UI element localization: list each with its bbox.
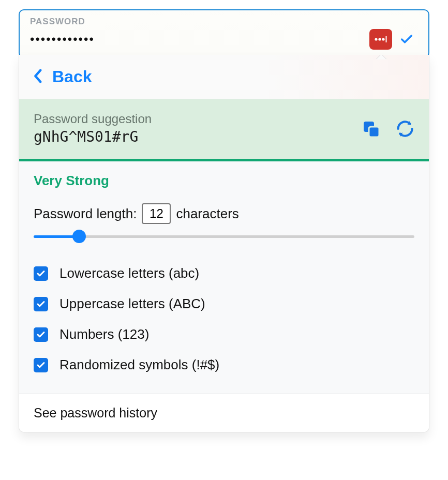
password-manager-badge[interactable] [369, 29, 392, 50]
checkbox[interactable] [34, 297, 48, 311]
svg-rect-5 [369, 127, 379, 137]
confirm-button[interactable] [395, 32, 418, 47]
password-generator-popup: Back Password suggestion gNhG^MS01#rG [19, 55, 429, 432]
option-label: Lowercase letters (abc) [59, 265, 199, 281]
back-label: Back [52, 67, 92, 86]
chevron-left-icon [34, 69, 43, 85]
copy-button[interactable] [362, 119, 380, 138]
checkbox[interactable] [34, 358, 48, 372]
option-row[interactable]: Randomized symbols (!#$) [34, 350, 414, 380]
length-slider[interactable] [34, 229, 414, 244]
svg-point-2 [382, 38, 384, 40]
copy-icon [362, 119, 380, 138]
option-row[interactable]: Uppercase letters (ABC) [34, 289, 414, 319]
length-label-prefix: Password length: [34, 206, 137, 222]
check-icon [36, 269, 46, 278]
password-manager-icon [374, 35, 388, 44]
generator-settings: Very Strong Password length: characters … [19, 161, 429, 394]
checkbox[interactable] [34, 266, 48, 281]
check-icon [36, 330, 46, 339]
option-row[interactable]: Numbers (123) [34, 319, 414, 350]
suggestion-label: Password suggestion [34, 112, 362, 126]
back-button[interactable]: Back [19, 55, 429, 99]
svg-point-0 [375, 38, 377, 40]
option-label: Numbers (123) [59, 326, 149, 342]
option-row[interactable]: Lowercase letters (abc) [34, 258, 414, 289]
svg-rect-3 [386, 36, 387, 42]
refresh-icon [396, 119, 414, 138]
slider-thumb[interactable] [72, 230, 86, 243]
check-icon [399, 32, 414, 47]
password-history-link[interactable]: See password history [19, 394, 429, 432]
check-icon [36, 361, 46, 370]
slider-track [34, 235, 414, 238]
password-input[interactable]: •••••••••••• [30, 33, 369, 46]
regenerate-button[interactable] [396, 119, 414, 138]
svg-point-1 [378, 38, 381, 40]
strength-indicator: Very Strong [34, 173, 414, 189]
option-label: Uppercase letters (ABC) [59, 296, 205, 312]
suggested-password: gNhG^MS01#rG [34, 128, 362, 145]
password-field-container: PASSWORD •••••••••••• [19, 9, 429, 58]
option-label: Randomized symbols (!#$) [59, 357, 219, 373]
length-input[interactable] [142, 203, 171, 224]
check-icon [36, 299, 46, 309]
checkbox[interactable] [34, 327, 48, 342]
length-label-suffix: characters [176, 206, 238, 222]
length-row: Password length: characters [34, 203, 414, 224]
password-field-label: PASSWORD [30, 17, 418, 27]
password-suggestion-panel: Password suggestion gNhG^MS01#rG [19, 99, 429, 161]
